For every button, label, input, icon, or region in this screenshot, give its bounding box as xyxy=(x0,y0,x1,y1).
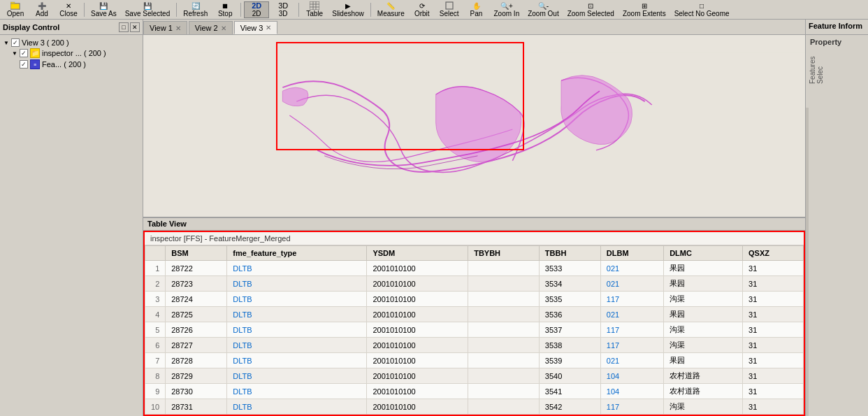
cell-TBYBH xyxy=(468,399,540,415)
table-row[interactable]: 128722DLTB20010101003533021果园31 xyxy=(145,261,804,276)
save-selected-button[interactable]: 💾 Save Selected xyxy=(122,1,174,18)
cell-fme_feature_type[interactable]: DLTB xyxy=(227,353,367,368)
cell-DLBM[interactable]: 021 xyxy=(600,307,663,322)
measure-button[interactable]: 📏 Measure xyxy=(374,1,408,18)
cell-DLMC: 果园 xyxy=(664,307,743,322)
add-button[interactable]: ➕ Add xyxy=(29,1,55,18)
right-panel-scrollbar[interactable] xyxy=(806,108,868,416)
zoom-out-button[interactable]: 🔍- Zoom Out xyxy=(524,1,562,18)
2d-button[interactable]: 2D 2D xyxy=(244,1,269,18)
tab-view3[interactable]: View 3 ✕ xyxy=(234,21,278,34)
cell-QSXZ: 31 xyxy=(743,307,804,322)
cell-fme_feature_type[interactable]: DLTB xyxy=(227,261,367,276)
checkbox-inspector[interactable] xyxy=(20,49,28,57)
refresh-button[interactable]: 🔄 Refresh xyxy=(180,1,211,18)
tab-view2-close[interactable]: ✕ xyxy=(221,24,226,32)
table-row[interactable]: 728728DLTB20010101003539021果园31 xyxy=(145,353,804,368)
center-area: View 1 ✕ View 2 ✕ View 3 ✕ xyxy=(143,20,805,416)
add-icon: ➕ xyxy=(36,2,48,10)
select-icon xyxy=(444,1,455,10)
stop-button[interactable]: ⏹ Stop xyxy=(212,1,238,18)
col-header-qsxz[interactable]: QSXZ xyxy=(743,246,804,261)
cell-DLMC: 沟渠 xyxy=(664,322,743,338)
tree-item-inspector[interactable]: ▼ 📁 inspector ... ( 200 ) xyxy=(11,48,140,59)
select-button[interactable]: Select xyxy=(436,1,463,18)
cell-num: 8 xyxy=(145,368,166,384)
pan-button[interactable]: ✋ Pan xyxy=(464,1,489,18)
table-row[interactable]: 828729DLTB20010101003540104农村道路31 xyxy=(145,368,804,384)
cell-DLBM[interactable]: 021 xyxy=(600,261,663,276)
cell-fme_feature_type[interactable]: DLTB xyxy=(227,399,367,415)
col-header-ysdm[interactable]: YSDM xyxy=(367,246,468,261)
tab-view1[interactable]: View 1 ✕ xyxy=(143,21,187,34)
feature-info-label: Feature Inform xyxy=(809,22,862,30)
cell-TBBH: 3538 xyxy=(539,338,600,353)
tab-view2[interactable]: View 2 ✕ xyxy=(189,21,233,34)
tab-view3-close[interactable]: ✕ xyxy=(266,24,271,31)
col-header-tbbh[interactable]: TBBH xyxy=(539,246,600,261)
zoom-selected-button[interactable]: ⊡ Zoom Selected xyxy=(564,1,618,18)
stop-label: Stop xyxy=(218,10,233,17)
selection-box xyxy=(276,42,524,150)
tree-label-inspector: inspector ... ( 200 ) xyxy=(42,49,106,57)
cell-fme_feature_type[interactable]: DLTB xyxy=(227,307,367,322)
cell-TBYBH xyxy=(468,368,540,384)
cell-DLBM[interactable]: 117 xyxy=(600,292,663,307)
col-header-dlbm[interactable]: DLBM xyxy=(600,246,663,261)
checkbox-view3[interactable] xyxy=(11,38,20,47)
table-row[interactable]: 628727DLTB20010101003538117沟渠31 xyxy=(145,338,804,353)
table-row[interactable]: 328724DLTB20010101003535117沟渠31 xyxy=(145,292,804,307)
open-button[interactable]: Open xyxy=(3,1,28,18)
cell-DLBM[interactable]: 021 xyxy=(600,353,663,368)
slideshow-label: Slideshow xyxy=(332,10,364,17)
panel-close-button[interactable]: ✕ xyxy=(130,22,140,32)
cell-DLBM[interactable]: 117 xyxy=(600,338,663,353)
table-header-row: BSM fme_feature_type YSDM TBYBH TBBH DLB… xyxy=(145,246,804,261)
table-container[interactable]: inspector [FFS] - FeatureMerger_Merged B… xyxy=(143,231,805,416)
expand-arrow-view3[interactable]: ▼ xyxy=(3,39,10,46)
cell-fme_feature_type[interactable]: DLTB xyxy=(227,292,367,307)
expand-arrow-inspector[interactable]: ▼ xyxy=(11,50,18,57)
table-row[interactable]: 528726DLTB20010101003537117沟渠31 xyxy=(145,322,804,338)
table-button[interactable]: Table xyxy=(302,1,327,18)
save-as-button[interactable]: 💾 Save As xyxy=(87,1,120,18)
cell-fme_feature_type[interactable]: DLTB xyxy=(227,276,367,292)
select-no-geome-button[interactable]: □ Select No Geome xyxy=(671,1,733,18)
cell-DLBM[interactable]: 117 xyxy=(600,322,663,338)
cell-num: 2 xyxy=(145,276,166,292)
col-header-bsm[interactable]: BSM xyxy=(166,246,227,261)
table-row[interactable]: 1028731DLTB20010101003542117沟渠31 xyxy=(145,399,804,415)
tab-view1-close[interactable]: ✕ xyxy=(175,24,181,32)
orbit-button[interactable]: ⟳ Orbit xyxy=(410,1,435,18)
cell-DLBM[interactable]: 104 xyxy=(600,368,663,384)
tree-item-view3[interactable]: ▼ View 3 ( 200 ) xyxy=(3,38,140,48)
slideshow-button[interactable]: ▶ Slideshow xyxy=(328,1,368,18)
zoom-extents-button[interactable]: ⊞ Zoom Extents xyxy=(619,1,670,18)
col-header-dlmc[interactable]: DLMC xyxy=(664,246,743,261)
cell-fme_feature_type[interactable]: DLTB xyxy=(227,384,367,399)
separator-2 xyxy=(176,3,177,17)
zoom-in-button[interactable]: 🔍+ Zoom In xyxy=(491,1,523,18)
col-header-fme[interactable]: fme_feature_type xyxy=(227,246,367,261)
table-row[interactable]: 428725DLTB20010101003536021果园31 xyxy=(145,307,804,322)
2d-label: 2D xyxy=(252,10,261,17)
cell-QSXZ: 31 xyxy=(743,384,804,399)
checkbox-fea[interactable] xyxy=(20,60,28,69)
save-selected-icon: 💾 xyxy=(142,2,153,10)
cell-fme_feature_type[interactable]: DLTB xyxy=(227,322,367,338)
col-header-tbybh[interactable]: TBYBH xyxy=(468,246,540,261)
3d-button[interactable]: 3D 3D xyxy=(270,1,296,18)
orbit-label: Orbit xyxy=(414,10,430,17)
table-row[interactable]: 228723DLTB20010101003534021果园31 xyxy=(145,276,804,292)
cell-DLBM[interactable]: 104 xyxy=(600,384,663,399)
cell-fme_feature_type[interactable]: DLTB xyxy=(227,338,367,353)
cell-fme_feature_type[interactable]: DLTB xyxy=(227,368,367,384)
close-button[interactable]: ✕ Close xyxy=(56,1,81,18)
table-row[interactable]: 928730DLTB20010101003541104农村道路31 xyxy=(145,384,804,399)
select-no-geome-label: Select No Geome xyxy=(674,10,730,17)
tree-item-fea[interactable]: ≡ Fea... ( 200 ) xyxy=(20,59,140,70)
cell-DLBM[interactable]: 117 xyxy=(600,399,663,415)
zoom-out-label: Zoom Out xyxy=(528,10,558,17)
restore-button[interactable]: □ xyxy=(119,22,129,32)
cell-DLBM[interactable]: 021 xyxy=(600,276,663,292)
